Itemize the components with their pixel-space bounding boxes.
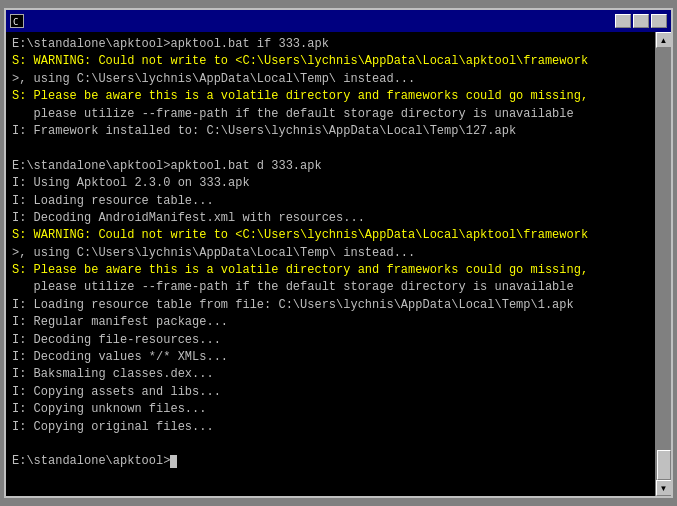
- terminal-line: I: Decoding file-resources...: [12, 333, 221, 347]
- maximize-button[interactable]: [633, 14, 649, 28]
- scroll-thumb[interactable]: [657, 450, 671, 480]
- scroll-up-arrow[interactable]: ▲: [656, 32, 672, 48]
- window-controls: [615, 14, 667, 28]
- terminal-line: E:\standalone\apktool>apktool.bat if 333…: [12, 37, 329, 51]
- terminal-line: S: Please be aware this is a volatile di…: [12, 263, 588, 277]
- terminal-line: I: Framework installed to: C:\Users\lych…: [12, 124, 516, 138]
- terminal-line: I: Decoding AndroidManifest.xml with res…: [12, 211, 365, 225]
- terminal-line: I: Loading resource table...: [12, 194, 214, 208]
- terminal-line: please utilize --frame-path if the defau…: [12, 280, 574, 294]
- close-button[interactable]: [651, 14, 667, 28]
- terminal-line: E:\standalone\apktool>: [12, 454, 177, 468]
- terminal-line: I: Copying assets and libs...: [12, 385, 221, 399]
- terminal-line: >, using C:\Users\lychnis\AppData\Local\…: [12, 72, 415, 86]
- minimize-button[interactable]: [615, 14, 631, 28]
- scrollbar[interactable]: ▲ ▼: [655, 32, 671, 496]
- terminal-line: I: Copying original files...: [12, 420, 214, 434]
- terminal-wrapper: E:\standalone\apktool>apktool.bat if 333…: [6, 32, 671, 496]
- svg-text:C: C: [13, 17, 18, 26]
- terminal-line: I: Decoding values */* XMLs...: [12, 350, 228, 364]
- title-bar: C: [6, 10, 671, 32]
- terminal-line: I: Using Apktool 2.3.0 on 333.apk: [12, 176, 250, 190]
- terminal-line: S: WARNING: Could not write to <C:\Users…: [12, 228, 588, 242]
- terminal-content[interactable]: E:\standalone\apktool>apktool.bat if 333…: [6, 32, 655, 496]
- terminal-line: I: Regular manifest package...: [12, 315, 228, 329]
- terminal-line: I: Baksmaling classes.dex...: [12, 367, 214, 381]
- terminal-line: I: Copying unknown files...: [12, 402, 206, 416]
- terminal-line: I: Loading resource table from file: C:\…: [12, 298, 574, 312]
- terminal-line: S: Please be aware this is a volatile di…: [12, 89, 588, 103]
- cmd-window: C E:\standalone\apktool>apktool.bat if 3…: [4, 8, 673, 498]
- terminal-line: S: WARNING: Could not write to <C:\Users…: [12, 54, 588, 68]
- cursor-blink: [170, 455, 177, 468]
- terminal-line: E:\standalone\apktool>apktool.bat d 333.…: [12, 159, 322, 173]
- terminal-line: >, using C:\Users\lychnis\AppData\Local\…: [12, 246, 415, 260]
- cmd-icon: C: [10, 14, 24, 28]
- scroll-track: [656, 48, 671, 480]
- terminal-line: please utilize --frame-path if the defau…: [12, 107, 574, 121]
- scroll-down-arrow[interactable]: ▼: [656, 480, 672, 496]
- title-bar-left: C: [10, 14, 28, 28]
